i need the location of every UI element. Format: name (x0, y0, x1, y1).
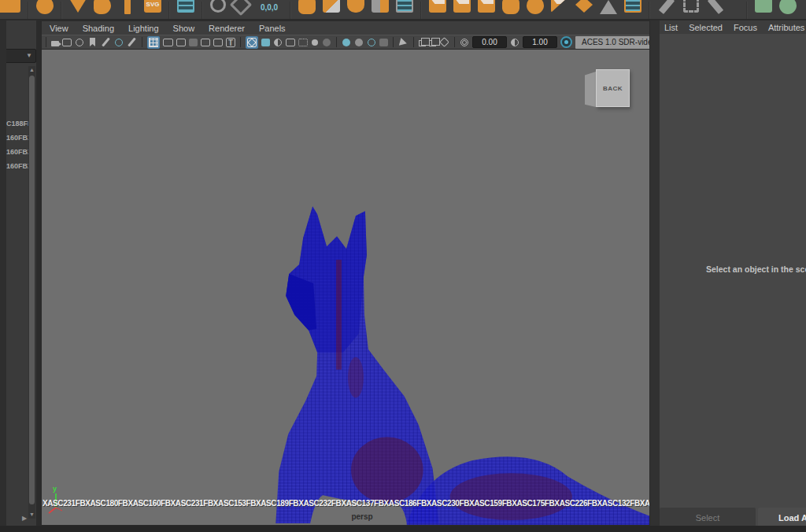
exposure-field[interactable]: 0.00 (472, 36, 507, 48)
menu-show[interactable]: Show (173, 24, 195, 33)
empty-selection-message: Select an object in the scene (706, 264, 806, 274)
gamma-icon[interactable] (511, 39, 519, 46)
wireframe-on-shaded-icon[interactable] (298, 39, 308, 46)
shaded-textured-icon[interactable] (274, 39, 282, 46)
view-cube[interactable]: BACK (585, 68, 630, 109)
grease-pencil-icon[interactable] (128, 38, 136, 47)
smooth-wheel-icon[interactable] (527, 0, 544, 14)
outliner-item[interactable]: 160FBXA (6, 162, 30, 170)
bevel-cube-icon[interactable] (453, 0, 471, 13)
poly-boolean-icon[interactable] (347, 0, 364, 13)
shelf-toolbar: SVG 0,0,0 (0, 0, 806, 20)
poly-curve-icon[interactable] (94, 0, 111, 14)
menu-selected[interactable]: Selected (689, 23, 723, 32)
menu-view[interactable]: View (50, 24, 68, 33)
attribute-editor-panel: List Selected Focus Attributes Di Select… (660, 20, 806, 532)
shaded-display-icon[interactable] (261, 39, 270, 46)
lock-camera-icon[interactable] (62, 39, 72, 46)
poly-svg-icon[interactable]: SVG (144, 0, 161, 13)
menu-shading[interactable]: Shading (83, 24, 114, 33)
pan-zoom-icon[interactable] (115, 39, 123, 46)
panel-divider-column[interactable] (650, 20, 660, 532)
sculpt-circle-icon[interactable] (779, 0, 797, 14)
quill-pen-icon[interactable] (659, 0, 675, 14)
motion-blur-icon[interactable] (355, 39, 363, 46)
bevel-cube-icon[interactable] (429, 0, 446, 13)
menu-lighting[interactable]: Lighting (128, 24, 159, 33)
spike-ball-icon[interactable] (502, 0, 519, 14)
snap-magnet-icon[interactable] (210, 0, 226, 13)
snap-delete-icon[interactable] (230, 0, 252, 16)
poly-tool-icon[interactable] (0, 0, 20, 13)
safe-action-icon[interactable] (213, 39, 223, 46)
grid-toggle-icon[interactable] (147, 36, 160, 49)
menu-panels[interactable]: Panels (259, 24, 286, 33)
field-chart-icon[interactable] (201, 39, 210, 46)
poly-cone-icon[interactable] (69, 0, 87, 13)
select-camera-icon[interactable] (51, 41, 59, 46)
poly-type-icon[interactable] (124, 0, 131, 14)
xray-joints-icon[interactable] (429, 40, 436, 46)
menu-renderer[interactable]: Renderer (209, 24, 245, 33)
toolbar-divider (142, 37, 142, 47)
wireframe-display-icon[interactable] (246, 36, 258, 49)
poly-combine-icon[interactable] (372, 0, 389, 13)
view-cube-side-face[interactable] (585, 72, 596, 107)
extrude-arrows-icon[interactable] (575, 0, 593, 13)
menu-list[interactable]: List (664, 23, 678, 32)
viewport-canvas[interactable]: y BACK XASC231FBXASC180FBXASC160FBXASC23… (42, 50, 649, 525)
wireframe-dog-model[interactable] (42, 50, 649, 525)
view-cube-back-face[interactable]: BACK (596, 69, 630, 107)
depth-of-field-icon[interactable] (379, 39, 388, 46)
pen-tool-icon[interactable] (708, 0, 723, 14)
colorspace-chip[interactable]: ACES 1.0 SDR-video (575, 36, 649, 49)
safe-title-icon[interactable]: T (226, 38, 235, 47)
film-gate-icon[interactable] (163, 39, 173, 46)
scroll-down-icon[interactable]: ▼ (28, 511, 35, 519)
image-plane-icon[interactable] (102, 38, 110, 47)
dotted-rect-icon[interactable] (683, 0, 699, 13)
poly-sphere-icon[interactable] (36, 0, 54, 14)
outliner-item[interactable]: 160FBXA (6, 148, 30, 156)
menu-attributes[interactable]: Attributes (768, 23, 804, 32)
snap-coords-icon[interactable]: 0,0,0 (256, 0, 283, 18)
outliner-scrollbar[interactable]: ▲ ▼ (28, 66, 35, 519)
gate-mask-icon[interactable] (189, 39, 198, 46)
shelf-divider (290, 2, 291, 19)
camera-name-label: persp (319, 512, 405, 521)
scroll-right-icon[interactable]: ▶ (22, 515, 27, 522)
poly-separate-icon[interactable] (396, 0, 413, 13)
viewport-menubar: View Shading Lighting Show Renderer Pane… (42, 21, 649, 35)
exposure-icon[interactable] (460, 39, 468, 46)
menu-focus[interactable]: Focus (734, 23, 757, 32)
shelf-divider (746, 2, 748, 19)
isolate-select-icon[interactable] (399, 38, 408, 47)
textured-display-icon[interactable] (286, 39, 295, 46)
resolution-gate-icon[interactable] (176, 39, 186, 46)
anti-aliasing-icon[interactable] (368, 39, 375, 46)
camera-attributes-icon[interactable] (76, 39, 83, 46)
left-panel-edge (0, 20, 6, 532)
color-management-toggle[interactable] (560, 36, 572, 48)
gamma-field[interactable]: 1.00 (523, 36, 557, 48)
ssao-icon[interactable] (342, 39, 350, 46)
platonic-solid-icon[interactable] (298, 0, 316, 14)
outliner-item[interactable]: 160FBXA (6, 134, 30, 142)
lattice-icon[interactable] (600, 0, 617, 14)
triangulate-icon[interactable] (551, 0, 568, 13)
bookmark-icon[interactable] (90, 38, 95, 46)
xray-icon[interactable] (419, 40, 426, 46)
multi-cut-icon[interactable] (624, 0, 641, 13)
lights-icon[interactable] (312, 39, 318, 46)
outliner-panel[interactable]: ▼ C188FBX 160FBXA 160FBXA 160FBXA ▲ ▼ ▶ (6, 20, 36, 532)
image-plane-toggle-icon[interactable] (439, 37, 449, 47)
scroll-up-icon[interactable]: ▲ (28, 66, 35, 74)
poly-cube-pair-icon[interactable] (323, 0, 340, 13)
outliner-item[interactable]: C188FBX (6, 120, 30, 127)
scrollbar-thumb[interactable] (29, 76, 35, 504)
shadows-icon[interactable] (323, 39, 331, 46)
sculpt-square-icon[interactable] (755, 0, 772, 13)
bevel-cube-icon[interactable] (478, 0, 495, 13)
outliner-filter-dropdown[interactable]: ▼ (6, 49, 36, 63)
modeling-toolkit-icon[interactable] (177, 0, 194, 13)
